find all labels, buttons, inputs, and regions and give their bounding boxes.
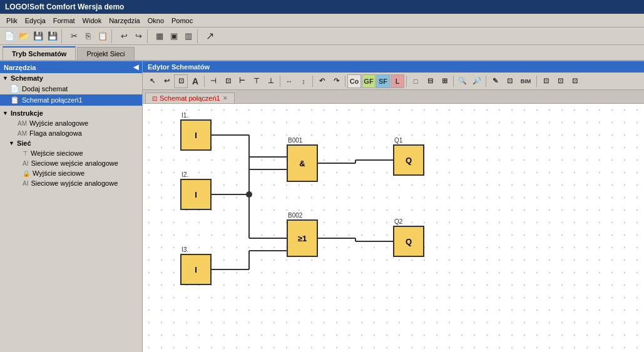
co-button[interactable]: Co — [347, 74, 361, 88]
instructions-list: AM Wyjście analogowe AM Flaga analogowa … — [0, 118, 142, 352]
label-B001: B001 — [288, 137, 302, 144]
ed-sep3 — [312, 76, 313, 87]
label-I3: I3. — [181, 246, 188, 253]
symbol-B002: ≥1 — [298, 234, 307, 243]
sieciowe-wyjscie-analogowe-item[interactable]: AI Sieciowe wyjście analogowe — [0, 178, 142, 188]
wyjscie-analogowe-item[interactable]: AM Wyjście analogowe — [0, 118, 142, 128]
redo-ed[interactable]: ↷ — [329, 74, 343, 88]
arrange-h[interactable]: ↔ — [282, 74, 296, 88]
siec-label: Sieć — [17, 139, 31, 147]
paste-button[interactable]: 📋 — [96, 29, 110, 43]
align-left[interactable]: ⊣ — [207, 74, 220, 88]
flaga-analogowa-label: Flaga analogowa — [29, 129, 82, 137]
name-tool[interactable]: ⊡ — [174, 74, 188, 88]
new-button[interactable]: 📄 — [3, 29, 16, 43]
align-center[interactable]: ⊡ — [221, 74, 235, 88]
schemat-polaczen1-item[interactable]: 📋 Schemat połączeń1 — [0, 94, 142, 106]
sieciowe-wejscie-analogowe-item[interactable]: AI Sieciowe wejście analogowe — [0, 158, 142, 168]
title-bar: LOGO!Soft Comfort Wersja demo — [0, 0, 644, 14]
menu-pomoc[interactable]: Pomoc — [168, 16, 197, 26]
flaga-analogowa-item[interactable]: AM Flaga analogowa — [0, 128, 142, 138]
block-I1[interactable]: I1. I — [180, 119, 212, 151]
schema-tab-polaczen1[interactable]: ⊡ Schemat połączeń1 ✕ — [145, 93, 235, 103]
main-layout: Narzędzia ◀ ▼ Schematy 📄 Dodaj schemat 📋… — [0, 61, 644, 352]
analog-flag-icon: AM — [18, 130, 27, 137]
ed-sep5 — [406, 76, 407, 87]
zoom-in-button[interactable]: 🔍 — [456, 74, 469, 88]
symbol-Q1: Q — [406, 156, 412, 165]
instructions-section: ▼ Instrukcje AM Wyjście analogowe AM Fla… — [0, 108, 142, 352]
connect-tool[interactable]: ↩ — [160, 74, 173, 88]
block-B001[interactable]: B001 & — [287, 144, 318, 182]
editor-toolbar: ↖ ↩ ⊡ A ⊣ ⊡ ⊢ ⊤ ⊥ ↔ ↕ ↶ ↷ Co GF SF L □ ⊟… — [143, 73, 644, 90]
select-tool[interactable]: ↖ — [145, 74, 159, 88]
grid-button[interactable]: ⊡ — [503, 74, 516, 88]
cut-button[interactable]: ✂ — [67, 29, 81, 43]
sf-button[interactable]: SF — [376, 74, 390, 88]
block-I3[interactable]: I3. I — [180, 254, 212, 285]
bim-button[interactable]: BIM — [517, 74, 534, 88]
toolbar-sep2 — [111, 29, 115, 43]
menu-narzedzia[interactable]: Narzędzia — [105, 16, 144, 26]
undo-ed[interactable]: ↶ — [315, 74, 329, 88]
menu-widok[interactable]: Widok — [79, 16, 106, 26]
symbol-I1: I — [195, 131, 197, 140]
symbol-I2: I — [195, 190, 197, 199]
align-top[interactable]: ⊤ — [250, 74, 263, 88]
extra1-button[interactable]: ⊡ — [539, 74, 553, 88]
dodaj-schemat-item[interactable]: 📄 Dodaj schemat — [0, 83, 142, 94]
align-right[interactable]: ⊢ — [235, 74, 249, 88]
save-as-button[interactable]: 💾 — [46, 29, 59, 43]
layout1-button[interactable]: ▦ — [153, 29, 166, 43]
open-button[interactable]: 📂 — [17, 29, 31, 43]
view1-button[interactable]: □ — [409, 74, 422, 88]
network-analog-in-icon: AI — [23, 160, 28, 167]
menu-bar: Plik Edycja Format Widok Narzędzia Okno … — [0, 14, 644, 28]
menu-okno[interactable]: Okno — [144, 16, 168, 26]
menu-format[interactable]: Format — [49, 16, 79, 26]
menu-plik[interactable]: Plik — [3, 16, 21, 26]
tab-projekt-sieci[interactable]: Projekt Sieci — [77, 47, 134, 60]
layout3-button[interactable]: ▥ — [181, 29, 195, 43]
sidebar-collapse-icon[interactable]: ◀ — [133, 63, 138, 71]
menu-edycja[interactable]: Edycja — [21, 16, 49, 26]
dodaj-schemat-label: Dodaj schemat — [22, 85, 68, 93]
extra3-button[interactable]: ⊡ — [568, 74, 581, 88]
copy-button[interactable]: ⎘ — [81, 29, 95, 43]
text-tool[interactable]: A — [188, 74, 202, 88]
tab-tryb-schematow[interactable]: Tryb Schematów — [3, 46, 76, 60]
arrow-button[interactable]: ↗ — [203, 29, 217, 43]
wejscie-sieciowe-item[interactable]: ⊤ Wejście sieciowe — [0, 148, 142, 158]
app-title: LOGO!Soft Comfort Wersja demo — [5, 3, 124, 11]
block-B002[interactable]: B002 ≥1 — [287, 219, 318, 257]
layout2-button[interactable]: ▣ — [167, 29, 181, 43]
block-I2[interactable]: I2. I — [180, 179, 212, 210]
main-toolbar: 📄 📂 💾 💾 ✂ ⎘ 📋 ↩ ↪ ▦ ▣ ▥ ↗ — [0, 28, 644, 45]
schematy-section[interactable]: ▼ Schematy — [0, 73, 142, 83]
redo-button[interactable]: ↪ — [131, 29, 145, 43]
undo-button[interactable]: ↩ — [117, 29, 131, 43]
sieciowe-wyjscie-analogowe-label: Sieciowe wyjście analogowe — [31, 179, 118, 187]
instrukcje-section[interactable]: ▼ Instrukcje — [0, 108, 142, 118]
arrange-v[interactable]: ↕ — [297, 74, 310, 88]
gf-button[interactable]: GF — [362, 74, 376, 88]
canvas[interactable]: I1. I I2. I I3. I B001 & B002 ≥1 — [143, 104, 644, 352]
l-button[interactable]: L — [391, 74, 404, 88]
view2-button[interactable]: ⊟ — [423, 74, 437, 88]
ed-sep7 — [486, 76, 486, 87]
draw-button[interactable]: ✎ — [488, 74, 502, 88]
view3-button[interactable]: ⊞ — [437, 74, 451, 88]
editor-header: Edytor Schematów — [143, 61, 644, 73]
align-bottom[interactable]: ⊥ — [264, 74, 278, 88]
schema-tab-close-icon[interactable]: ✕ — [223, 95, 228, 101]
zoom-out-button[interactable]: 🔎 — [470, 74, 484, 88]
wyjscie-sieciowe-item[interactable]: 🔒 Wyjście sieciowe — [0, 168, 142, 178]
block-Q2[interactable]: Q2 Q — [393, 226, 424, 257]
block-Q1[interactable]: Q1 Q — [393, 144, 424, 176]
save-button[interactable]: 💾 — [31, 29, 45, 43]
label-I2: I2. — [181, 171, 188, 178]
siec-chevron-icon: ▼ — [9, 140, 14, 146]
siec-section[interactable]: ▼ Sieć — [0, 138, 142, 148]
extra2-button[interactable]: ⊡ — [553, 74, 567, 88]
network-out-icon: 🔒 — [23, 170, 30, 177]
